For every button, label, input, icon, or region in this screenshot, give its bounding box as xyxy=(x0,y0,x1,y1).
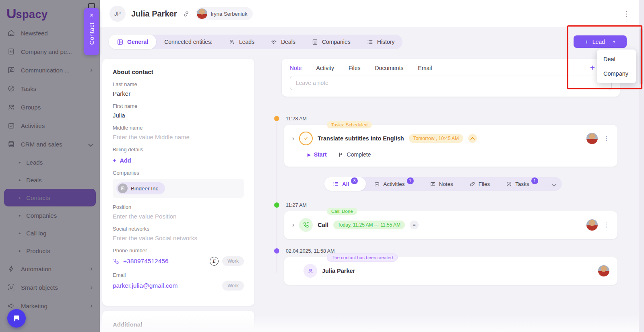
logo-text: spacy xyxy=(16,8,48,21)
tab-companies[interactable]: Companies xyxy=(303,35,359,49)
middle-name-field[interactable]: Enter the value Middle name xyxy=(113,134,244,140)
menu-item-company[interactable]: Company xyxy=(597,66,636,81)
sidebar-item-label: Smart objects xyxy=(21,284,58,291)
collapse-button[interactable] xyxy=(468,134,477,143)
copy-link-icon[interactable] xyxy=(182,10,190,18)
sidebar-item-contacts[interactable]: • Contacts xyxy=(4,189,96,206)
phone-link[interactable]: +380974512456 xyxy=(123,258,169,265)
filter-files[interactable]: Files xyxy=(461,177,498,191)
responsible-user-chip[interactable]: Iryna Serbeniuk xyxy=(196,7,253,20)
filter-activities[interactable]: Activities 1 xyxy=(366,177,421,191)
email-link[interactable]: parker.julia@gmail.com xyxy=(113,282,178,289)
email-row: parker.julia@gmail.com Work xyxy=(113,281,244,291)
sidebar-item-call-log[interactable]: • Call log xyxy=(0,224,100,242)
sidebar-item-label: Marketing xyxy=(21,303,47,309)
filter-tasks[interactable]: Tasks 1 xyxy=(498,177,546,191)
field-label: Middle name xyxy=(113,125,244,131)
tab-history[interactable]: History xyxy=(359,35,403,49)
sidebar-item-communication[interactable]: Communication ... › xyxy=(0,61,100,79)
email-type-tag: Work xyxy=(222,281,244,291)
tab-leads[interactable]: Leads xyxy=(221,35,262,49)
tab-deals[interactable]: Deals xyxy=(262,35,303,49)
task-title[interactable]: Translate subtitles into English xyxy=(318,135,404,142)
tab-label: Companies xyxy=(322,39,351,45)
call-kebab-menu[interactable]: ⋮ xyxy=(603,221,609,229)
check-circle-icon xyxy=(506,181,512,187)
tab-label: Leads xyxy=(239,39,254,45)
note-input[interactable] xyxy=(290,76,612,90)
sidebar-item-automation[interactable]: Automation › xyxy=(0,260,100,278)
field-label: Companies xyxy=(113,170,244,176)
sidebar-item-crm-and-sales[interactable]: CRM and sales xyxy=(0,135,100,153)
tab-general[interactable]: General xyxy=(109,35,156,49)
filter-notes[interactable]: Notes xyxy=(422,177,461,191)
sidebar-item-smart-objects[interactable]: Smart objects › xyxy=(0,278,100,297)
filter-more-button[interactable] xyxy=(546,180,562,188)
add-lead-button[interactable]: + Lead ▾ xyxy=(574,35,627,48)
composer-tab-email[interactable]: Email xyxy=(418,65,432,71)
sidebar-item-companies[interactable]: • Companies xyxy=(0,206,100,224)
sidebar-item-activities[interactable]: Activities xyxy=(0,116,100,135)
created-badge: The contact has been created xyxy=(327,254,398,262)
created-contact-name[interactable]: Julia Parker xyxy=(322,268,355,274)
count-badge: 1 xyxy=(407,177,414,184)
add-billing-button[interactable]: + Add xyxy=(113,157,244,164)
bullet-icon: • xyxy=(19,194,21,201)
list-icon xyxy=(332,181,339,187)
composer-tab-files[interactable]: Files xyxy=(349,65,361,71)
field-label: Last name xyxy=(113,81,244,87)
field-label: First name xyxy=(113,103,244,109)
sidebar-item-tasks[interactable]: Tasks xyxy=(0,79,100,98)
company-chip[interactable]: Bindeer Inc. xyxy=(116,182,165,194)
composer-add-button[interactable]: + xyxy=(590,63,595,72)
expand-chevron-icon[interactable]: › xyxy=(292,221,294,229)
task-kebab-menu[interactable]: ⋮ xyxy=(603,135,609,142)
bolt-icon xyxy=(7,265,15,273)
composer-tab-documents[interactable]: Documents xyxy=(375,65,403,71)
field-label: Phone number xyxy=(113,247,244,254)
sidebar-item-label: Tasks xyxy=(21,85,36,92)
deal-handshake-icon xyxy=(270,39,277,45)
home-icon xyxy=(7,29,15,37)
calendar-icon xyxy=(374,181,380,187)
call-title[interactable]: Call xyxy=(318,222,328,228)
sidebar-item-label: Groups xyxy=(21,104,41,111)
support-chat-button[interactable] xyxy=(7,309,26,328)
sidebar-item-deals[interactable]: • Deals xyxy=(0,171,100,189)
sidebar-item-products[interactable]: • Products xyxy=(0,242,100,260)
filter-all[interactable]: All 3 xyxy=(324,177,366,191)
start-task-button[interactable]: ▶ Start xyxy=(308,151,327,158)
social-networks-field[interactable]: Enter the value Social networks xyxy=(113,235,244,241)
outgoing-call-icon xyxy=(303,222,310,229)
header-kebab-menu[interactable]: ⋮ xyxy=(623,10,630,18)
add-billing-label: Add xyxy=(120,157,131,164)
start-label: Start xyxy=(314,151,327,158)
timeline-dot-task xyxy=(274,116,279,121)
sidebar-item-label: Activities xyxy=(21,122,45,129)
call-description-icon: = xyxy=(410,221,419,229)
filter-label: Tasks xyxy=(515,181,529,187)
sidebar-nav: Newsfeed Company and pe... › Communicati… xyxy=(0,24,100,315)
contact-avatar: JP xyxy=(109,6,126,22)
sidebar-item-groups[interactable]: Groups xyxy=(0,98,100,116)
phone-icon xyxy=(113,258,120,265)
composer-tab-note[interactable]: Note xyxy=(290,65,302,71)
complete-label: Complete xyxy=(347,151,371,158)
check-icon xyxy=(303,135,309,142)
about-contact-card: About contact Last name Parker First nam… xyxy=(102,59,254,306)
close-icon[interactable]: × xyxy=(90,12,93,19)
chevron-down-icon xyxy=(551,181,557,187)
chevron-down-icon[interactable]: ▾ xyxy=(613,39,615,44)
expand-chevron-icon[interactable]: › xyxy=(292,135,294,142)
people-icon xyxy=(7,103,15,111)
position-field[interactable]: Enter the value Position xyxy=(113,213,244,220)
complete-task-button[interactable]: Complete xyxy=(338,151,371,158)
first-name-value[interactable]: Julia xyxy=(113,112,244,119)
sidebar-item-leads[interactable]: • Leads xyxy=(0,153,100,171)
task-icon xyxy=(299,132,313,145)
contact-panel-tab[interactable]: × Contact xyxy=(84,8,99,55)
menu-item-deal[interactable]: Deal xyxy=(597,52,636,66)
scrollbar-thumb[interactable] xyxy=(640,28,643,85)
composer-tab-activity[interactable]: Activity xyxy=(316,65,334,71)
last-name-value[interactable]: Parker xyxy=(113,90,244,97)
